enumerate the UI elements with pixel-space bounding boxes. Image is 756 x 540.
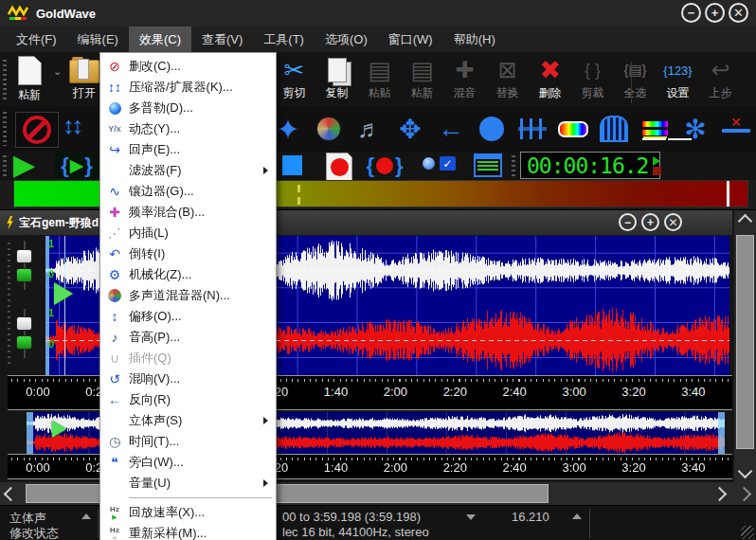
play-selection-button[interactable]: {▶} <box>55 153 99 178</box>
stop-button[interactable] <box>282 155 302 175</box>
control-properties-button[interactable] <box>474 153 502 177</box>
vertical-scroll-thumb[interactable] <box>736 235 754 449</box>
new-document-icon <box>18 56 42 85</box>
channel-dropdown-icon[interactable] <box>81 513 91 519</box>
effect-button-noise-reduction-icon[interactable] <box>721 112 751 146</box>
effects-menu-item-flange[interactable]: ∿ 镶边器(G)... <box>100 181 276 202</box>
monitor-toggle[interactable]: ✓ <box>423 156 456 171</box>
effects-menu-item-dynamics[interactable]: Y/x 动态(Y)... <box>100 118 276 139</box>
effects-menu-item-invert[interactable]: ↶ 倒转(I) <box>100 243 276 264</box>
censor-button[interactable] <box>15 112 59 148</box>
time-label: 3:20 <box>621 460 645 475</box>
compressor-expander-button[interactable]: ↕↕ <box>63 112 81 139</box>
amplitude-label: 1 <box>48 307 54 318</box>
effects-menu-item-filter[interactable]: 滤波器(F) <box>100 160 276 181</box>
effect-button-offset-circle-icon[interactable] <box>477 112 507 146</box>
toolbar-button-set-selection[interactable]: {123} 设置 <box>657 55 699 104</box>
effects-menu-item-reverse[interactable]: ← 反向(R) <box>100 389 276 410</box>
effects-menu-item-reverb[interactable]: ↺ 混响(V)... <box>100 369 276 389</box>
gear-icon: ⚙ <box>100 267 129 282</box>
paste-new-dropdown-chevron-icon[interactable]: ⌄ <box>53 65 62 78</box>
effects-menu-item-doppler[interactable]: 多普勒(D)... <box>100 98 276 118</box>
toolbar-button-icon: ↩ <box>711 55 729 85</box>
effects-menu-item-interpolate[interactable]: ⋰ 内插(L) <box>100 223 276 243</box>
marker-dropdown-icon[interactable] <box>572 513 582 519</box>
scroll-left-button[interactable] <box>0 483 22 505</box>
play-button[interactable]: ▶ <box>13 148 35 181</box>
child-minimize-button[interactable]: − <box>619 213 637 231</box>
menubar-item-window[interactable]: 窗口(W) <box>378 27 443 52</box>
effect-button-echo-arrows-icon[interactable]: ✥ <box>395 112 425 146</box>
overview-selection-start[interactable] <box>27 412 33 454</box>
effect-button-dynamics-star-icon[interactable]: ✦ <box>273 112 303 146</box>
overview-selection-end[interactable] <box>718 412 725 454</box>
effects-menu-item-time-warp[interactable]: ◷ 时间(T)... <box>100 431 276 452</box>
scroll-down-button[interactable] <box>734 460 756 482</box>
effects-menu-item-echo[interactable]: ↪ 回声(E)... <box>100 139 276 160</box>
scroll-right-button[interactable] <box>709 483 730 505</box>
selection-range-label[interactable]: 00 to 3:59.198 (3:59.198) <box>282 510 421 524</box>
menubar-item-view[interactable]: 查看(V) <box>191 27 253 52</box>
menubar-item-options[interactable]: 选项(O) <box>315 27 378 52</box>
menu-separator <box>100 494 276 502</box>
effect-button-reverse-arrow-icon[interactable]: ← <box>436 112 466 146</box>
toolbar-button-cut[interactable]: ✂ 剪切 <box>273 55 315 104</box>
effect-button-doppler-icon[interactable] <box>314 112 344 146</box>
child-close-button[interactable]: ✕ <box>664 213 682 231</box>
toolbar-grip[interactable] <box>3 155 7 176</box>
time-display: 00:00:16.2 <box>520 152 660 179</box>
maximize-button[interactable]: + <box>705 3 725 23</box>
menubar-item-help[interactable]: 帮助(H) <box>443 27 506 52</box>
right-channel-volume-handle[interactable] <box>16 335 32 350</box>
toolbar-button-icon: ▤ <box>410 55 434 85</box>
amplitude-label: 1 <box>48 238 54 249</box>
sound-window-title: 宝石gem-野狼d <box>19 215 99 231</box>
effects-menu-item-voice-over[interactable]: ❝ 旁白(W)... <box>100 452 276 473</box>
vertical-scrollbar[interactable] <box>734 210 756 482</box>
paste-new-file-button[interactable]: 粘新 <box>8 56 51 103</box>
minimize-button[interactable]: − <box>681 3 701 23</box>
effects-menu-item-pitch[interactable]: ♪ 音高(P)... <box>100 327 276 348</box>
effects-menu-item-frequency-blend[interactable]: ✚ 频率混合(B)... <box>100 202 276 223</box>
right-channel-balance-handle[interactable] <box>16 316 32 331</box>
child-maximize-button[interactable]: + <box>641 213 659 231</box>
marker-value-label[interactable]: 16.210 <box>512 510 549 524</box>
effects-menu-item-stereo[interactable]: 立体声(S) <box>100 410 276 431</box>
effect-button-flanger-rainbow-icon[interactable] <box>558 112 588 146</box>
toolbar-grip[interactable] <box>3 60 7 99</box>
effect-button-reverb-gate-icon[interactable] <box>599 112 629 146</box>
left-channel-volume-handle[interactable] <box>16 268 32 282</box>
menubar-item-effects[interactable]: 效果(C) <box>129 27 191 52</box>
meter-peak-marker <box>727 181 729 207</box>
effect-button-pitch-note-icon[interactable]: ♬ <box>354 112 385 146</box>
effect-button-frequency-mix-icon[interactable] <box>639 112 670 146</box>
effects-menu-item-channel-mixer[interactable]: 多声道混音器(N)... <box>100 285 276 306</box>
scroll-up-button[interactable] <box>734 210 756 232</box>
effects-menu-item-volume[interactable]: 音量(U) <box>100 473 276 494</box>
effects-menu-item-playback-rate[interactable]: Hz▶ 回放速率(X)... <box>100 502 276 523</box>
menubar-item-tools[interactable]: 工具(T) <box>253 27 315 52</box>
effect-button-mechanize-spark-icon[interactable]: ✻ <box>680 112 711 146</box>
effect-button-equalizer-icon[interactable] <box>517 112 548 146</box>
menubar-item-file[interactable]: 文件(F) <box>6 27 67 52</box>
record-button[interactable] <box>326 153 352 181</box>
resize-grip[interactable] <box>741 526 754 539</box>
toolbar-button-delete[interactable]: ✖ 删除 <box>529 55 571 104</box>
toolbar-button-icon: { } <box>585 55 601 85</box>
effects-menu-item-resample[interactable]: Hz∞ 重新采样(M)... <box>100 523 276 540</box>
selection-start-marker[interactable] <box>45 236 49 375</box>
toolbar-grip[interactable] <box>512 155 515 176</box>
record-selection-button[interactable]: {} <box>364 153 405 178</box>
toolbar-button-copy[interactable]: 复制 <box>315 55 358 104</box>
selection-dropdown-icon[interactable] <box>466 514 476 520</box>
effects-menu-item-compressor-expander[interactable]: ↕↕ 压缩器/扩展器(K)... <box>100 77 276 98</box>
effects-menu-item-offset[interactable]: ↕ 偏移(O)... <box>100 306 276 327</box>
left-channel-balance-handle[interactable] <box>16 249 32 263</box>
time-label: 3:20 <box>621 385 645 399</box>
effects-menu-item-mechanize[interactable]: ⚙ 机械化(Z)... <box>100 264 276 285</box>
close-button[interactable]: ✕ <box>729 3 748 23</box>
time-label: 2:20 <box>443 385 467 399</box>
menubar-item-edit[interactable]: 编辑(E) <box>67 27 129 52</box>
toolbar-grip[interactable] <box>3 112 7 146</box>
effects-menu-item-censor[interactable]: ⊘ 删改(C)... <box>100 56 276 77</box>
